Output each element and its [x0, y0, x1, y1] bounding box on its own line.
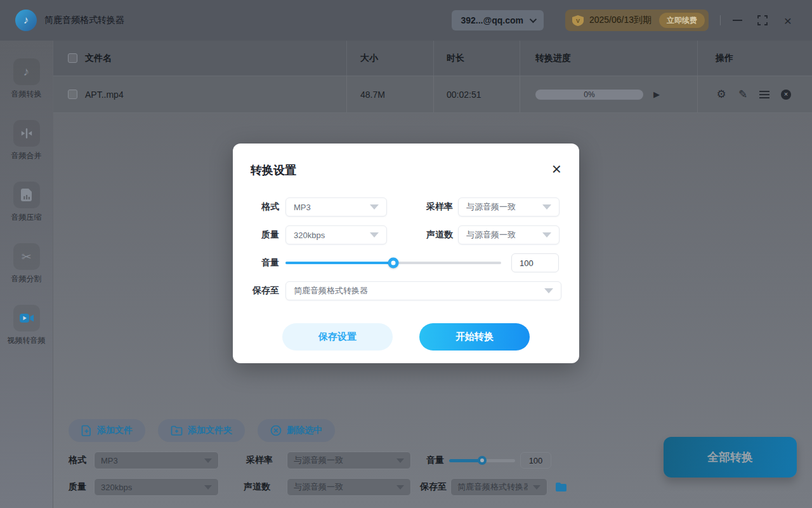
- bottom-toolbar: 添加文件 添加文件夹 删除选中: [69, 419, 335, 442]
- column-duration: 时长: [447, 53, 464, 64]
- titlebar-divider: [720, 15, 721, 25]
- progress-percent: 0%: [535, 90, 643, 100]
- format-label: 格式: [251, 201, 279, 213]
- volume-slider[interactable]: [285, 262, 501, 264]
- volume-input[interactable]: [511, 253, 559, 272]
- bottom-settings-row-1: 格式 MP3 采样率 与源音频一致 音量: [69, 451, 551, 470]
- music-note-icon: ♪: [13, 58, 40, 85]
- sample-rate-select[interactable]: 与源音频一致: [287, 451, 411, 469]
- folder-icon: [555, 482, 567, 492]
- add-file-icon: [81, 425, 92, 436]
- dropdown-arrow-icon: [542, 232, 551, 237]
- channels-select[interactable]: 与源音频一致: [458, 225, 560, 244]
- conversion-settings-modal: 转换设置 × 格式 MP3 采样率 与源音频一致 质量 320kbps 声道数 …: [233, 144, 579, 363]
- play-button[interactable]: ▶: [653, 90, 660, 99]
- sidebar-item-audio-convert[interactable]: ♪ 音频转换: [0, 58, 53, 100]
- quality-label: 质量: [251, 229, 279, 241]
- channels-label: 声道数: [244, 481, 270, 493]
- channels-select[interactable]: 与源音频一致: [287, 478, 411, 496]
- format-select[interactable]: MP3: [94, 451, 219, 469]
- menu-icon: [759, 91, 769, 98]
- sample-rate-label: 采样率: [246, 455, 273, 466]
- sidebar-item-audio-split[interactable]: ✂ 音频分割: [0, 243, 53, 285]
- bottom-settings-row-2: 质量 320kbps 声道数 与源音频一致 保存至 简鹿音频格式转换器: [69, 478, 567, 497]
- maximize-icon: [757, 15, 768, 25]
- close-icon: ×: [784, 14, 792, 27]
- dropdown-arrow-icon: [370, 204, 379, 210]
- scissors-icon: ✂: [13, 243, 40, 270]
- convert-all-button[interactable]: 全部转换: [664, 437, 797, 478]
- dropdown-arrow-icon: [533, 485, 540, 490]
- save-to-label: 保存至: [420, 481, 447, 493]
- video-camera-icon: [13, 305, 40, 331]
- quality-select[interactable]: 320kbps: [285, 225, 387, 244]
- account-dropdown[interactable]: 392...@qq.com: [452, 10, 543, 30]
- sample-rate-select[interactable]: 与源音频一致: [458, 197, 560, 217]
- sidebar-item-audio-compress[interactable]: 音频压缩: [0, 182, 53, 224]
- sidebar-item-audio-merge[interactable]: 音频合并: [0, 120, 53, 162]
- account-email: 392...@qq.com: [461, 15, 523, 25]
- modal-close-button[interactable]: ×: [549, 163, 564, 175]
- file-name: APT..mp4: [85, 90, 124, 100]
- open-folder-button[interactable]: [555, 482, 567, 492]
- chevron-down-icon: [530, 16, 537, 23]
- volume-label: 音量: [251, 257, 279, 269]
- volume-slider-knob[interactable]: [478, 456, 487, 465]
- row-info-button[interactable]: [759, 89, 770, 100]
- modal-title: 转换设置: [251, 163, 296, 178]
- row-edit-button[interactable]: ✎: [737, 89, 749, 100]
- minimize-button[interactable]: [728, 11, 746, 29]
- select-all-checkbox[interactable]: [68, 53, 77, 63]
- vip-status: V 2025/06/13到期 立即续费: [565, 10, 709, 31]
- renew-button[interactable]: 立即续费: [659, 13, 705, 28]
- file-duration: 00:02:51: [447, 90, 481, 100]
- save-settings-button[interactable]: 保存设置: [282, 323, 393, 351]
- add-file-button[interactable]: 添加文件: [69, 419, 145, 442]
- dropdown-arrow-icon: [370, 232, 379, 237]
- volume-slider-knob[interactable]: [388, 258, 399, 269]
- volume-label: 音量: [426, 455, 444, 466]
- vip-badge-icon: V: [572, 15, 584, 27]
- delete-circle-icon: [270, 425, 282, 436]
- quality-select[interactable]: 320kbps: [94, 478, 219, 496]
- add-folder-icon: [171, 425, 183, 436]
- sample-rate-label: 采样率: [387, 201, 453, 213]
- merge-icon: [13, 120, 40, 147]
- app-title: 简鹿音频格式转换器: [44, 15, 124, 26]
- save-to-select[interactable]: 简鹿音频格式转换器: [450, 478, 547, 496]
- add-folder-button[interactable]: 添加文件夹: [158, 419, 245, 442]
- titlebar: ♪ 简鹿音频格式转换器 392...@qq.com V 2025/06/13到期…: [0, 0, 812, 41]
- start-conversion-button[interactable]: 开始转换: [419, 323, 530, 351]
- app-logo-music-note-icon: ♪: [15, 10, 37, 31]
- dropdown-arrow-icon: [396, 485, 404, 490]
- save-to-select[interactable]: 简鹿音频格式转换器: [285, 281, 561, 300]
- delete-selected-button[interactable]: 删除选中: [258, 419, 335, 442]
- save-to-label: 保存至: [251, 285, 279, 297]
- column-filename: 文件名: [85, 53, 112, 64]
- row-remove-button[interactable]: ×: [780, 89, 792, 100]
- row-settings-button[interactable]: ⚙: [716, 89, 727, 100]
- pencil-icon: ✎: [738, 88, 747, 101]
- volume-input[interactable]: [520, 452, 551, 469]
- sidebar-item-video-to-audio[interactable]: 视频转音频: [0, 305, 53, 347]
- close-window-button[interactable]: ×: [779, 11, 797, 29]
- column-size: 大小: [360, 53, 378, 64]
- minimize-icon: [733, 20, 742, 21]
- gear-icon: ⚙: [716, 88, 726, 101]
- table-header: 文件名 大小 时长 转换进度 操作: [53, 41, 812, 76]
- dropdown-arrow-icon: [542, 204, 551, 210]
- row-checkbox[interactable]: [68, 90, 77, 99]
- channels-label: 声道数: [387, 229, 453, 241]
- maximize-button[interactable]: [754, 11, 771, 29]
- play-icon: ▶: [653, 90, 660, 99]
- compress-file-icon: [13, 182, 40, 208]
- dropdown-arrow-icon: [396, 458, 404, 463]
- dropdown-arrow-icon: [204, 458, 212, 463]
- vip-expiry-date: 2025/06/13到期: [589, 15, 652, 26]
- format-label: 格式: [69, 455, 86, 466]
- table-row: APT..mp4 48.7M 00:02:51 0% ▶ ⚙ ✎ ×: [53, 76, 812, 113]
- format-select[interactable]: MP3: [285, 197, 387, 217]
- remove-circle-icon: ×: [781, 90, 791, 100]
- quality-label: 质量: [69, 481, 86, 493]
- volume-slider[interactable]: [449, 459, 515, 462]
